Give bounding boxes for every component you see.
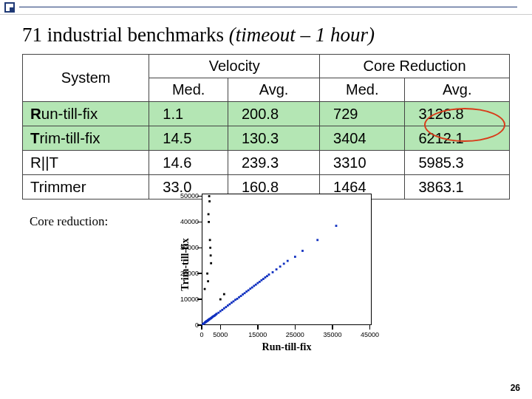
x-tick xyxy=(369,325,371,330)
svg-rect-61 xyxy=(294,256,296,258)
cell-cmed: 3310 xyxy=(320,151,405,175)
y-tick-label: 0 xyxy=(169,321,199,329)
core-reduction-label: Core reduction: xyxy=(30,214,108,229)
x-tick-label: 0 xyxy=(200,331,203,338)
cell-cavg: 3126.8 xyxy=(405,102,510,126)
svg-rect-31 xyxy=(223,307,225,310)
svg-rect-34 xyxy=(229,303,231,305)
svg-rect-63 xyxy=(316,239,318,241)
cell-cmed: 3404 xyxy=(320,126,405,151)
table-row: Trim-till-fix 14.5 130.3 3404 6212.1 xyxy=(23,126,510,151)
svg-rect-70 xyxy=(209,247,211,249)
svg-rect-40 xyxy=(240,295,242,297)
table-header-row-1: System Velocity Core Reduction xyxy=(23,55,510,78)
svg-rect-51 xyxy=(260,279,262,282)
cell-vavg: 239.3 xyxy=(228,151,319,175)
benchmark-table-wrap: System Velocity Core Reduction Med. Avg.… xyxy=(22,54,510,200)
svg-rect-66 xyxy=(208,200,211,202)
x-axis-label: Run-till-fix xyxy=(202,341,372,353)
svg-rect-62 xyxy=(301,250,304,252)
col-cmed: Med. xyxy=(320,78,405,102)
cell-system: Trimmer xyxy=(23,175,149,200)
y-tick-label: 10000 xyxy=(169,296,199,303)
cell-cavg: 3863.1 xyxy=(405,175,510,200)
cell-system: Run-till-fix xyxy=(23,102,149,126)
slide-title: 71 industrial benchmarks (timeout – 1 ho… xyxy=(0,15,532,54)
col-vmed: Med. xyxy=(149,78,228,102)
svg-rect-75 xyxy=(204,288,206,290)
cell-vmed: 1.1 xyxy=(149,102,228,126)
svg-rect-58 xyxy=(279,265,282,267)
cell-vmed: 14.5 xyxy=(149,126,228,151)
svg-rect-37 xyxy=(234,299,236,301)
col-velocity: Velocity xyxy=(149,55,320,78)
svg-rect-52 xyxy=(262,278,265,280)
svg-rect-45 xyxy=(249,287,251,290)
svg-rect-64 xyxy=(335,225,338,227)
cell-vavg: 130.3 xyxy=(228,126,319,151)
svg-rect-60 xyxy=(287,260,289,262)
svg-rect-50 xyxy=(259,281,261,283)
y-tick-label: 30000 xyxy=(169,244,199,251)
x-tick xyxy=(220,325,222,330)
svg-rect-71 xyxy=(210,254,212,256)
accent-line xyxy=(19,7,517,8)
svg-rect-33 xyxy=(227,304,229,307)
x-tick-label: 35000 xyxy=(323,331,341,338)
title-italic: (timeout – 1 hour) xyxy=(229,24,375,46)
y-tick-label: 20000 xyxy=(169,270,199,277)
x-tick-label: 15000 xyxy=(248,331,267,338)
table-row: Run-till-fix 1.1 200.8 729 3126.8 xyxy=(23,102,510,126)
svg-rect-56 xyxy=(272,271,274,273)
svg-rect-29 xyxy=(219,310,222,313)
col-vavg: Avg. xyxy=(228,78,319,102)
svg-rect-39 xyxy=(238,296,240,299)
cell-system: Trim-till-fix xyxy=(23,126,149,151)
col-system: System xyxy=(23,55,149,102)
accent-box-icon xyxy=(4,2,15,13)
slide-accent-bar xyxy=(0,0,532,15)
svg-rect-44 xyxy=(248,289,250,291)
scatter-chart: Trim-till-fix Run-till-fix 0100002000030… xyxy=(166,192,388,351)
cell-system: R||T xyxy=(23,151,149,175)
svg-rect-36 xyxy=(233,300,235,302)
x-tick xyxy=(332,325,333,330)
svg-rect-59 xyxy=(283,263,285,265)
cell-vmed: 14.6 xyxy=(149,151,228,175)
x-tick xyxy=(295,325,296,330)
svg-rect-28 xyxy=(217,312,219,314)
svg-rect-73 xyxy=(206,273,208,275)
svg-rect-32 xyxy=(225,306,227,308)
x-tick xyxy=(257,325,259,330)
page-number: 26 xyxy=(511,383,520,393)
y-tick-label: 50000 xyxy=(169,192,199,200)
x-tick xyxy=(201,325,202,330)
svg-rect-27 xyxy=(216,313,218,315)
benchmark-table: System Velocity Core Reduction Med. Avg.… xyxy=(22,54,510,200)
svg-rect-65 xyxy=(208,195,211,197)
svg-rect-67 xyxy=(208,214,210,216)
cell-cavg: 6212.1 xyxy=(405,126,510,151)
svg-rect-77 xyxy=(223,293,225,296)
table-row: R||T 14.6 239.3 3310 5985.3 xyxy=(23,151,510,175)
svg-rect-72 xyxy=(210,262,212,265)
y-tick-label: 40000 xyxy=(169,218,199,225)
svg-rect-54 xyxy=(266,275,268,277)
svg-rect-68 xyxy=(208,221,210,223)
col-cavg: Avg. xyxy=(405,78,510,102)
svg-rect-46 xyxy=(251,287,253,289)
svg-rect-41 xyxy=(242,293,244,296)
svg-rect-48 xyxy=(255,284,257,286)
cell-cmed: 729 xyxy=(320,102,405,126)
cell-vavg: 200.8 xyxy=(228,102,319,126)
svg-rect-57 xyxy=(276,268,278,270)
svg-rect-69 xyxy=(209,239,211,241)
svg-rect-42 xyxy=(244,292,246,294)
x-tick-label: 5000 xyxy=(213,331,228,338)
col-core-reduction: Core Reduction xyxy=(320,55,510,78)
svg-rect-74 xyxy=(207,280,209,282)
svg-rect-76 xyxy=(219,299,222,301)
svg-rect-53 xyxy=(265,276,267,279)
svg-rect-47 xyxy=(253,285,255,287)
svg-rect-30 xyxy=(221,309,223,311)
